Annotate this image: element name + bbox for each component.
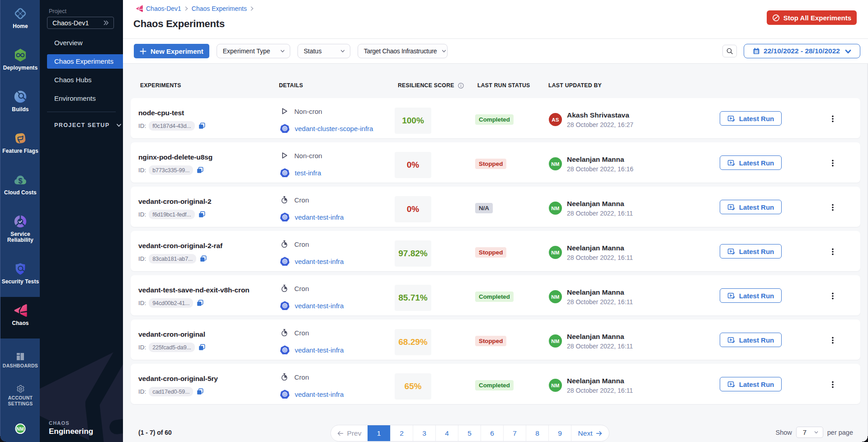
rail-item-chaos[interactable]: Chaos [0, 297, 40, 339]
rail-item-home[interactable]: Home [0, 0, 40, 42]
experiment-id-row: ID: f0c187d4-43d... [138, 121, 205, 131]
last-updated-by: Neelanjan Manna 28 October 2022, 16:11 [567, 200, 633, 217]
pagination-page-6[interactable]: 6 [481, 425, 503, 441]
sidebar-section-project-setup[interactable]: PROJECT SETUP [54, 122, 122, 128]
latest-run-button[interactable]: Latest Run [720, 200, 782, 214]
experiment-row[interactable]: vedant-cron-original-2 ID: f6d19bc1-fedf… [131, 187, 860, 227]
last-updated-by: Neelanjan Manna 28 October 2022, 16:11 [567, 377, 633, 394]
service-reliability-icon [14, 215, 27, 228]
rail-item-security-tests[interactable]: Security Tests [0, 255, 40, 297]
pagination-prev[interactable]: Prev [331, 425, 368, 441]
latest-run-button[interactable]: Latest Run [720, 111, 782, 126]
page-size-dropdown[interactable]: 7 [796, 427, 823, 438]
experiment-name: node-cpu-test [138, 109, 184, 117]
latest-run-button[interactable]: Latest Run [720, 377, 782, 391]
column-last-run-status: LAST RUN STATUS [477, 82, 530, 89]
id-label: ID: [138, 211, 146, 218]
experiment-type-dropdown[interactable]: Experiment Type [217, 44, 290, 58]
target-chaos-infrastructure-dropdown[interactable]: Target Chaos Infrastructure [358, 44, 448, 58]
breadcrumb-page[interactable]: Chaos Experiments [192, 5, 247, 12]
brand-module: CHAOS [49, 420, 93, 426]
update-date: 28 October 2022, 16:27 [567, 121, 633, 128]
latest-run-button[interactable]: Latest Run [720, 155, 782, 170]
pagination-page-4[interactable]: 4 [435, 425, 458, 441]
infra-link[interactable]: vedant-test-infra [295, 346, 344, 354]
pagination-page-8[interactable]: 8 [526, 425, 548, 441]
last-updated-by: Neelanjan Manna 28 October 2022, 16:11 [567, 244, 633, 261]
user-avatar[interactable]: NM [15, 423, 25, 434]
kebab-menu[interactable] [829, 336, 837, 344]
copy-icon[interactable] [197, 167, 203, 174]
experiment-infra: vedant-cluster-scope-infra [280, 124, 373, 133]
project-selector[interactable]: Chaos-Dev1 [47, 17, 114, 29]
infra-link[interactable]: vedant-test-infra [295, 213, 344, 221]
latest-run-button[interactable]: Latest Run [720, 244, 782, 259]
experiment-type: Non-cron [280, 151, 322, 160]
copy-icon[interactable] [198, 211, 205, 218]
experiment-row[interactable]: nginx-pod-delete-u8sg ID: b773c335-99...… [131, 142, 860, 183]
infra-link[interactable]: vedant-test-infra [295, 258, 344, 265]
experiment-row[interactable]: vedant-cron-original ID: 225fcad5-da9...… [131, 320, 860, 360]
copy-icon[interactable] [198, 122, 205, 129]
pagination-page-1[interactable]: 1 [368, 425, 390, 441]
experiment-row[interactable]: vedant-test-save-nd-exit-v8h-cron ID: 94… [131, 275, 860, 315]
rail-item-cloud-costs[interactable]: Cloud Costs [0, 166, 40, 208]
kebab-menu[interactable] [829, 159, 837, 167]
user-name: Neelanjan Manna [567, 244, 633, 252]
latest-run-button[interactable]: Latest Run [720, 333, 782, 347]
kebab-menu[interactable] [829, 248, 837, 256]
pagination-page-3[interactable]: 3 [413, 425, 435, 441]
play-icon [280, 107, 288, 115]
copy-icon[interactable] [197, 388, 203, 395]
status-dropdown[interactable]: Status [297, 44, 350, 58]
infra-link[interactable]: test-infra [295, 169, 321, 177]
update-date: 28 October 2022, 16:11 [567, 210, 633, 217]
pagination-page-2[interactable]: 2 [390, 425, 413, 441]
experiment-id-row: ID: b773c335-99... [138, 165, 203, 175]
pagination-page-9[interactable]: 9 [548, 425, 571, 441]
infra-link[interactable]: vedant-cluster-scope-infra [295, 125, 373, 132]
sidebar-item-chaos-hubs[interactable]: Chaos Hubs [47, 71, 123, 89]
pagination-page-7[interactable]: 7 [503, 425, 526, 441]
experiment-row[interactable]: vedant-cron-original-5ry ID: cad17ed0-59… [131, 364, 860, 404]
search-icon [726, 47, 733, 55]
stop-all-experiments-button[interactable]: Stop All Experiments [767, 10, 857, 25]
rail-item-feature-flags[interactable]: Feature Flags [0, 125, 40, 166]
pagination-next[interactable]: Next [571, 425, 609, 441]
rail-item-service-reliability[interactable]: ServiceReliability [0, 208, 40, 255]
copy-icon[interactable] [200, 255, 207, 262]
sidebar-item-chaos-experiments[interactable]: Chaos Experiments [47, 54, 123, 69]
new-experiment-button[interactable]: New Experiment [134, 44, 209, 58]
search-button[interactable] [722, 45, 737, 57]
calendar-icon [753, 47, 760, 55]
rail-item-deployments[interactable]: Deployments [0, 42, 40, 83]
info-icon[interactable] [458, 83, 464, 89]
infra-link[interactable]: vedant-test-infra [295, 390, 344, 398]
update-date: 28 October 2022, 16:16 [567, 165, 633, 173]
rail-item-account-settings[interactable]: ACCOUNTSETTINGS [0, 378, 40, 406]
kubernetes-icon [280, 168, 289, 177]
sidebar-item-environments[interactable]: Environments [47, 89, 123, 108]
kebab-menu[interactable] [829, 381, 837, 389]
latest-run-button[interactable]: Latest Run [720, 288, 782, 303]
copy-icon[interactable] [197, 300, 203, 306]
date-range-picker[interactable]: 22/10/2022 - 28/10/2022 [744, 44, 860, 58]
rail-item-builds[interactable]: Builds [0, 83, 40, 125]
copy-icon[interactable] [198, 344, 205, 351]
experiment-row[interactable]: vedant-cron-original-2-raf ID: 83cab181-… [131, 231, 860, 271]
breadcrumb-project[interactable]: Chaos-Dev1 [146, 5, 181, 12]
kebab-menu[interactable] [829, 115, 837, 123]
pagination-page-5[interactable]: 5 [458, 425, 481, 441]
resilience-score: 85.71% [395, 285, 431, 311]
experiment-row[interactable]: node-cpu-test ID: f0c187d4-43d... Non-cr… [131, 98, 860, 138]
rail-item-dashboards[interactable]: DASHBOARDS [0, 339, 40, 378]
kebab-menu[interactable] [829, 203, 837, 212]
sidebar-item-overview[interactable]: Overview [47, 33, 123, 52]
kebab-menu[interactable] [829, 292, 837, 300]
rail-item-label: Cloud Costs [4, 190, 37, 196]
chaos-icon [14, 304, 27, 317]
infra-link[interactable]: vedant-test-infra [295, 302, 344, 310]
rail-item-label: ServiceReliability [7, 231, 33, 243]
collapse-icon[interactable] [103, 20, 109, 26]
user-name: Neelanjan Manna [567, 155, 633, 164]
